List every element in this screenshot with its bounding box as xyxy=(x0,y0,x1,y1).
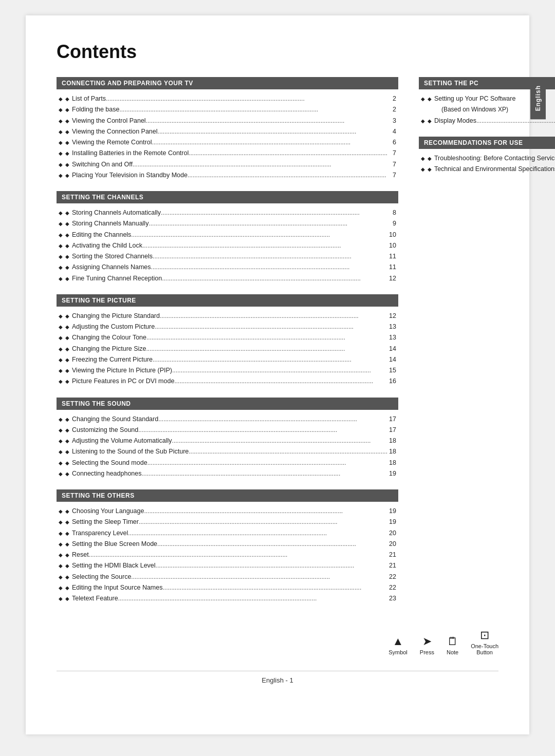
list-item: ◆Transparency Level ....................… xyxy=(59,528,396,539)
item-text: Reset xyxy=(72,550,89,560)
bullet-icon: ◆ xyxy=(65,594,69,603)
page-number: 4 xyxy=(393,126,396,137)
symbol-label-one-touch: One-Touch Button xyxy=(471,643,498,655)
page-number: 19 xyxy=(389,506,396,517)
list-item: ◆Choosing Your Language ................… xyxy=(59,506,396,517)
list-item: ◆Storing Channels Manually .............… xyxy=(59,218,396,229)
list-item: ◆Adjusting the Volume Automatically ....… xyxy=(59,436,396,446)
list-item: ◆Reset .................................… xyxy=(59,550,396,560)
bullet-icon: ◆ xyxy=(65,138,69,147)
bullet-icon: ◆ xyxy=(65,573,69,581)
bullet-icon: ◆ xyxy=(65,583,69,592)
bullet-icon: ◆ xyxy=(65,231,69,239)
page-number: 12 xyxy=(389,311,396,322)
item-text: Changing the Picture Standard xyxy=(72,311,160,322)
item-text: Storing Channels Automatically xyxy=(72,207,161,218)
section-header-channels: SETTING THE CHANNELS xyxy=(57,191,398,203)
bullet-icon: ◆ xyxy=(65,529,69,538)
item-text: Connecting headphones xyxy=(72,468,142,479)
section-others: SETTING THE OTHERS◆Choosing Your Languag… xyxy=(57,489,398,604)
item-text: Changing the Picture Size xyxy=(72,344,146,354)
page-title: Contents xyxy=(57,41,498,63)
page-number: 15 xyxy=(389,365,396,376)
page-number: 18 xyxy=(389,458,396,468)
section-header-picture: SETTING THE PICTURE xyxy=(57,294,398,307)
page-number: 7 xyxy=(393,148,396,159)
page-number: 9 xyxy=(393,218,396,229)
section-items-picture: ◆Changing the Picture Standard .........… xyxy=(57,311,398,387)
list-item: ◆Connecting headphones .................… xyxy=(59,468,396,479)
item-text: List of Parts xyxy=(72,93,106,104)
item-text: Editing the Channels xyxy=(72,230,131,240)
page-number: 20 xyxy=(389,528,396,539)
item-text: Customizing the Sound xyxy=(72,425,138,436)
page-number: 14 xyxy=(389,354,396,365)
list-item: ◆Storing Channels Automatically ........… xyxy=(59,207,396,218)
list-item: ◆Activating the Child Lock .............… xyxy=(59,240,396,251)
item-text: Changing the Sound Standard xyxy=(72,414,158,425)
bullet-icon: ◆ xyxy=(428,94,432,103)
list-item: ◆Folding the base ......................… xyxy=(59,104,396,115)
list-item: ◆Listening to the Sound of the Sub Pictu… xyxy=(59,446,396,457)
list-item: ◆List of Parts .........................… xyxy=(59,93,396,104)
item-text: Adjusting the Custom Picture xyxy=(72,322,155,332)
list-item: ◆Editing the Channels ..................… xyxy=(59,230,396,240)
item-text: Fine Tuning Channel Reception xyxy=(72,273,162,284)
item-text: Viewing the Connection Panel xyxy=(72,126,158,137)
list-item: ◆Switching On and Off ..................… xyxy=(59,159,396,170)
item-text: Activating the Child Lock xyxy=(72,240,142,251)
section-recommendations: RECOMMENDATIONS FOR USE◆Troubleshooting:… xyxy=(419,137,555,175)
page-number: 8 xyxy=(393,207,396,218)
page-number: 6 xyxy=(393,137,396,148)
list-item: ◆Selecting the Sound mode ..............… xyxy=(59,458,396,468)
page-number: 22 xyxy=(389,582,396,593)
bullet-icon: ◆ xyxy=(65,355,69,364)
symbol-icon: ▲ xyxy=(393,636,404,647)
page-number: 21 xyxy=(389,550,396,560)
item-text: Display Modes xyxy=(434,116,476,126)
symbol-area: ▲Symbol➤Press🗒Note⊡One-Touch Button xyxy=(388,630,498,655)
bullet-icon: ◆ xyxy=(65,540,69,549)
bullet-icon: ◆ xyxy=(65,323,69,331)
bullet-icon: ◆ xyxy=(65,219,69,228)
item-text: Selecting the Sound mode xyxy=(72,458,147,468)
item-text: Switching On and Off xyxy=(72,159,133,170)
side-tab: English xyxy=(530,77,546,119)
page-number: 10 xyxy=(389,230,396,240)
item-subtext: (Based on Windows XP) xyxy=(434,105,508,115)
list-item: ◆Adjusting the Custom Picture ..........… xyxy=(59,322,396,332)
list-item: ◆Changing the Colour Tone ..............… xyxy=(59,332,396,343)
list-item: ◆Changing the Sound Standard ...........… xyxy=(59,414,396,425)
bullet-icon: ◆ xyxy=(65,127,69,136)
note-icon: 🗒 xyxy=(447,636,458,647)
list-item: ◆Picture Features in PC or DVI mode ....… xyxy=(59,376,396,387)
page-number: 17 xyxy=(389,425,396,436)
section-items-recommendations: ◆Troubleshooting: Before Contacting Serv… xyxy=(419,153,555,175)
page-number: 2 xyxy=(393,104,396,115)
bullet-icon: ◆ xyxy=(65,447,69,456)
list-item: ◆Sorting the Stored Channels ...........… xyxy=(59,251,396,262)
item-text: Editing the Input Source Names xyxy=(72,582,163,593)
page-number: 19 xyxy=(389,468,396,479)
bullet-icon: ◆ xyxy=(65,333,69,342)
item-text: Listening to the Sound of the Sub Pictur… xyxy=(72,446,189,457)
section-picture: SETTING THE PICTURE◆Changing the Picture… xyxy=(57,294,398,387)
list-item: ◆Changing the Picture Size .............… xyxy=(59,344,396,354)
press-icon: ➤ xyxy=(422,636,432,647)
bullet-icon: ◆ xyxy=(65,263,69,272)
section-channels: SETTING THE CHANNELS◆Storing Channels Au… xyxy=(57,191,398,284)
item-text: Setting the Blue Screen Mode xyxy=(72,539,157,550)
bullet-icon: ◆ xyxy=(65,518,69,526)
symbol-item-note: 🗒Note xyxy=(447,636,458,655)
list-item: ◆Fine Tuning Channel Reception .........… xyxy=(59,273,396,284)
bullet-icon: ◆ xyxy=(65,551,69,559)
page-number: 7 xyxy=(393,159,396,170)
bullet-icon: ◆ xyxy=(428,117,432,125)
item-text: Changing the Colour Tone xyxy=(72,332,146,343)
bullet-icon: ◆ xyxy=(65,105,69,114)
list-item: ◆Editing the Input Source Names ........… xyxy=(59,582,396,593)
list-item: ◆Changing the Picture Standard .........… xyxy=(59,311,396,322)
page-number: 18 xyxy=(389,446,396,457)
item-text: Choosing Your Language xyxy=(72,506,144,517)
bullet-icon: ◆ xyxy=(65,561,69,570)
